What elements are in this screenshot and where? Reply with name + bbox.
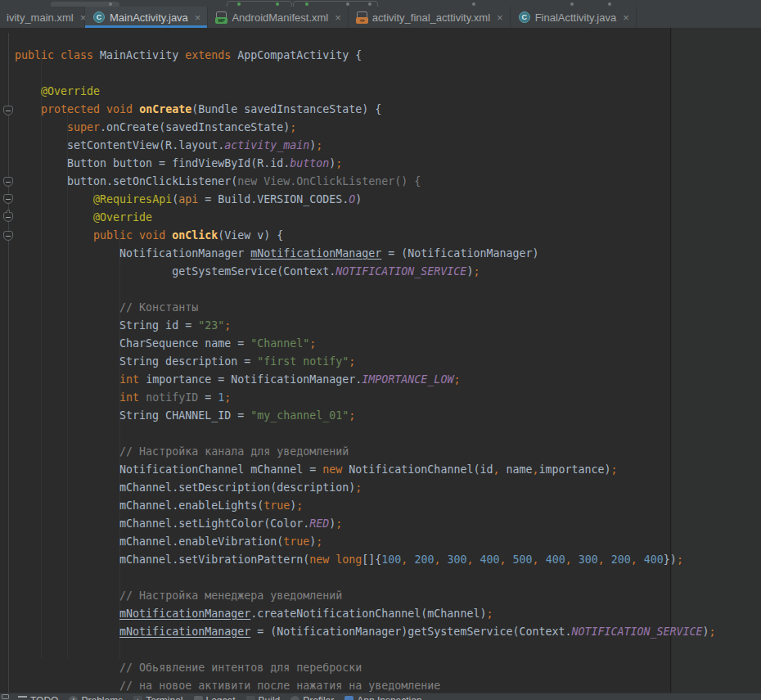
inspection-icon bbox=[344, 696, 353, 700]
tab-label: MainActivity.java bbox=[110, 11, 188, 24]
toolbar-icon-dot bbox=[109, 2, 112, 6]
toolbar-icon-dot bbox=[305, 2, 308, 6]
code-line: mNotificationManager = (NotificationMana… bbox=[0, 623, 716, 641]
code-line: NotificationManager mNotificationManager… bbox=[0, 245, 716, 263]
toolbar-icon-dot bbox=[276, 2, 279, 6]
toolbar-icon-dot bbox=[368, 2, 371, 6]
code-editor[interactable]: public class MainActivity extends AppCom… bbox=[0, 28, 761, 693]
code-line: mChannel.setVibrationPattern(new long[]{… bbox=[0, 551, 716, 569]
code-line: // Настройка канала для уведомлений bbox=[0, 443, 716, 461]
code-line bbox=[0, 425, 716, 443]
code-line: // Обьявление интентов для переброски bbox=[0, 659, 716, 677]
code-line: getSystemService(Context.NOTIFICATION_SE… bbox=[0, 263, 716, 281]
code-line: @RequiresApi(api = Build.VERSION_CODES.O… bbox=[0, 191, 716, 209]
toolbar-icon-dot bbox=[472, 2, 475, 6]
logcat-icon bbox=[194, 696, 203, 700]
toolbar-icon-dot bbox=[237, 2, 241, 6]
xml-file-icon: <> bbox=[357, 11, 367, 24]
code-line bbox=[0, 65, 716, 83]
ide-window: ivity_main.xml×CMainActivity.java×MFAndr… bbox=[0, 0, 761, 700]
code-line bbox=[0, 569, 716, 587]
toolwindow-button-label: App Inspection bbox=[357, 695, 421, 700]
code-line: String CHANNEL_ID = "my_channel_01"; bbox=[0, 407, 716, 425]
code-line: NotificationChannel mChannel = new Notif… bbox=[0, 461, 716, 479]
toolwindow-button-label: TODO bbox=[30, 695, 58, 700]
window-layout-icon[interactable] bbox=[2, 694, 9, 699]
code-line: public class MainActivity extends AppCom… bbox=[0, 47, 716, 65]
code-line: mChannel.enableVibration(true); bbox=[0, 533, 716, 551]
toolbar-icon-dot bbox=[570, 2, 574, 6]
code-line: @Override bbox=[0, 83, 716, 101]
fold-marker-locked[interactable] bbox=[3, 212, 13, 222]
fold-marker[interactable] bbox=[3, 231, 13, 241]
main-toolbar-cutoff bbox=[0, 0, 761, 7]
code-line bbox=[0, 641, 716, 659]
toolwindow-button-problems[interactable]: !Problems bbox=[69, 695, 123, 700]
java-class-icon: C bbox=[93, 11, 105, 23]
toolwindow-button-label: Problems bbox=[81, 695, 123, 700]
fold-marker[interactable] bbox=[3, 106, 13, 115]
code-line: CharSequence name = "Channel"; bbox=[0, 335, 716, 353]
tab-label: activity_final_acttivity.xml bbox=[372, 11, 490, 24]
toolwindow-button-label: Terminal bbox=[146, 695, 182, 700]
tab-label: AndroidManifest.xml bbox=[232, 11, 328, 24]
tab-ivity-main-xml[interactable]: ivity_main.xml× bbox=[0, 7, 85, 28]
toolwindow-button-app-inspection[interactable]: App Inspection bbox=[344, 695, 421, 700]
tab-close-icon[interactable]: × bbox=[335, 12, 341, 23]
code-line: setContentView(R.layout.activity_main); bbox=[0, 137, 716, 155]
tab-androidmanifest-xml[interactable]: MFAndroidManifest.xml× bbox=[208, 7, 348, 28]
code-line: // Настройка менеджера уведомлений bbox=[0, 587, 716, 605]
code-line: protected void onCreate(Bundle savedInst… bbox=[0, 101, 716, 119]
tool-window-bar: TODO!Problems›TerminalLogcatBuildProfile… bbox=[0, 693, 761, 700]
toolwindow-button-label: Logcat bbox=[206, 695, 236, 700]
toolwindow-button-todo[interactable]: TODO bbox=[18, 695, 58, 700]
code-line: // Константы bbox=[0, 299, 716, 317]
terminal-icon: › bbox=[133, 696, 142, 700]
code-line: String description = "first notify"; bbox=[0, 353, 716, 371]
fold-marker[interactable] bbox=[3, 194, 13, 204]
toolwindow-button-label: Profiler bbox=[303, 695, 334, 700]
tab-close-icon[interactable]: × bbox=[497, 12, 503, 23]
manifest-file-icon: MF bbox=[216, 11, 227, 24]
code-line: public void onClick(View v) { bbox=[0, 227, 716, 245]
code-line: // на новое активити после нажатия на ув… bbox=[0, 677, 716, 693]
tab-close-icon[interactable]: × bbox=[195, 12, 201, 23]
code-line: mNotificationManager.createNotificationC… bbox=[0, 605, 716, 623]
problems-icon: ! bbox=[69, 696, 78, 700]
toolbar-icon-dot bbox=[608, 2, 611, 6]
code-line: mChannel.setDescription(description); bbox=[0, 479, 716, 497]
build-icon bbox=[246, 696, 255, 700]
toolwindow-button-terminal[interactable]: ›Terminal bbox=[133, 695, 182, 700]
toolwindow-button-build[interactable]: Build bbox=[246, 695, 281, 700]
editor-tab-bar: ivity_main.xml×CMainActivity.java×MFAndr… bbox=[0, 7, 761, 28]
tab-label: ivity_main.xml bbox=[7, 11, 74, 24]
code-line bbox=[0, 281, 716, 299]
todo-icon bbox=[18, 696, 27, 700]
code-line: @Override bbox=[0, 209, 716, 227]
code-line: mChannel.enableLights(true); bbox=[0, 497, 716, 515]
toolwindow-button-label: Build bbox=[259, 695, 281, 700]
profiler-icon bbox=[290, 696, 299, 700]
code-line: int notifyID = 1; bbox=[0, 389, 716, 407]
tab-finalacttivity-java[interactable]: CFinalActtivity.java× bbox=[511, 7, 637, 28]
code-line: super.onCreate(savedInstanceState); bbox=[0, 119, 716, 137]
code-line: String id = "23"; bbox=[0, 317, 716, 335]
code-line: button.setOnClickListener(new View.OnCli… bbox=[0, 173, 716, 191]
code-text: public class MainActivity extends AppCom… bbox=[0, 47, 716, 693]
toolbar-icon-dot bbox=[346, 2, 349, 6]
toolwindow-button-logcat[interactable]: Logcat bbox=[194, 695, 236, 700]
code-line: mChannel.setLightColor(Color.RED); bbox=[0, 515, 716, 533]
tab-mainactivity-java[interactable]: CMainActivity.java× bbox=[85, 7, 208, 28]
tab-label: FinalActtivity.java bbox=[535, 11, 616, 24]
toolbar-button-group-cutoff[interactable] bbox=[227, 1, 292, 7]
java-class-icon: C bbox=[519, 11, 530, 23]
code-line: int importance = NotificationManager.IMP… bbox=[0, 371, 716, 389]
code-line: Button button = findViewById(R.id.button… bbox=[0, 155, 716, 173]
tab-activity-final-acttivity-xml[interactable]: <>activity_final_acttivity.xml× bbox=[349, 7, 511, 28]
fold-marker[interactable] bbox=[3, 177, 13, 187]
toolwindow-button-profiler[interactable]: Profiler bbox=[290, 695, 334, 700]
tab-close-icon[interactable]: × bbox=[623, 12, 629, 23]
